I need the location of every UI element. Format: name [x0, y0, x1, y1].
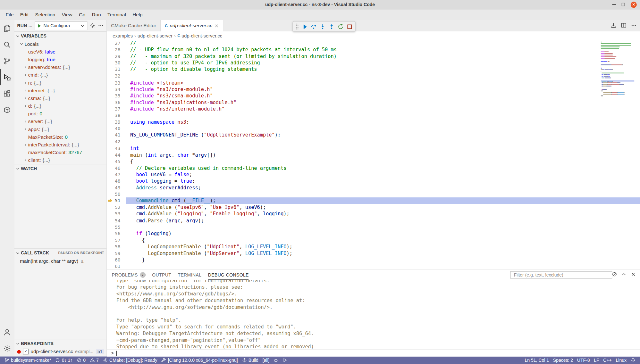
- panel-tab-problems[interactable]: PROBLEMS7: [112, 270, 146, 280]
- code-line[interactable]: 44main (int argc, char *argv[]): [107, 152, 640, 158]
- settings-gear-icon[interactable]: [0, 340, 14, 357]
- status-item[interactable]: buildsystem-cmake*: [3, 357, 53, 364]
- line-number[interactable]: 48: [107, 178, 126, 184]
- line-number[interactable]: 41: [107, 132, 126, 138]
- line-number[interactable]: 44: [107, 152, 126, 158]
- line-number[interactable]: 33: [107, 79, 126, 86]
- code-line[interactable]: 32: [107, 73, 640, 79]
- variables-section-header[interactable]: VARIABLES: [14, 31, 107, 40]
- line-number[interactable]: 37: [107, 106, 126, 112]
- line-number[interactable]: 55: [107, 224, 126, 230]
- line-number[interactable]: 49: [107, 184, 126, 191]
- breakpoints-section-header[interactable]: BREAKPOINTS: [14, 339, 107, 348]
- editor-tab[interactable]: CMake Cache Editor: [107, 20, 161, 31]
- code-line[interactable]: 31// - option to disable logging stateme…: [107, 66, 640, 73]
- step-out-button[interactable]: [327, 22, 336, 31]
- line-number[interactable]: 38: [107, 112, 126, 119]
- line-number[interactable]: 56: [107, 230, 126, 237]
- code-line[interactable]: 49 Address serverAddress;: [107, 184, 640, 191]
- editor-tab[interactable]: Cudp-client-server.cc: [161, 20, 223, 31]
- step-over-button[interactable]: [309, 22, 318, 31]
- variable-row[interactable]: port:0: [14, 110, 107, 117]
- split-editor-icon[interactable]: [621, 22, 627, 29]
- line-number[interactable]: 31: [107, 66, 126, 73]
- code-line[interactable]: 41NS_LOG_COMPONENT_DEFINE ("UdpClientSer…: [107, 132, 640, 138]
- line-number[interactable]: 32: [107, 73, 126, 79]
- menu-help[interactable]: Help: [129, 12, 146, 18]
- code-line[interactable]: 36#include "ns3/applications-module.h": [107, 99, 640, 105]
- code-line[interactable]: 54 cmd.Parse (argc, argv);: [107, 217, 640, 224]
- line-number[interactable]: 54: [107, 217, 126, 224]
- package-icon[interactable]: [0, 102, 14, 118]
- code-line[interactable]: 48 bool logging = true;: [107, 178, 640, 184]
- close-button[interactable]: ✕: [631, 1, 637, 7]
- variable-row[interactable]: client:{...}: [14, 156, 107, 164]
- line-number[interactable]: 61: [107, 263, 126, 269]
- status-item[interactable]: Spaces: 2: [551, 357, 575, 364]
- breadcrumb-item[interactable]: examples: [113, 33, 133, 38]
- close-panel-icon[interactable]: [631, 272, 636, 278]
- variable-row[interactable]: cmd:{...}: [14, 71, 107, 79]
- line-number[interactable]: 42: [107, 138, 126, 145]
- line-number[interactable]: 60: [107, 257, 126, 263]
- line-number[interactable]: 45: [107, 158, 126, 165]
- line-number[interactable]: 36: [107, 99, 126, 105]
- chevron-right-icon[interactable]: [23, 65, 28, 69]
- watch-section-header[interactable]: WATCH: [14, 164, 107, 173]
- variable-row[interactable]: internet:{...}: [14, 87, 107, 94]
- step-into-button[interactable]: [318, 22, 327, 31]
- code-line[interactable]: 35#include "ns3/csma-module.h": [107, 93, 640, 99]
- chevron-right-icon[interactable]: [23, 80, 28, 85]
- status-item[interactable]: 0: [75, 357, 88, 364]
- status-item[interactable]: [281, 357, 290, 364]
- code-line[interactable]: 47 bool useV6 = false;: [107, 171, 640, 178]
- line-number[interactable]: 34: [107, 86, 126, 92]
- line-number[interactable]: 28: [107, 46, 126, 53]
- explorer-icon[interactable]: [0, 20, 14, 36]
- line-number[interactable]: 50: [107, 191, 126, 197]
- toolbar-drag-handle[interactable]: [296, 24, 299, 29]
- line-number[interactable]: 46: [107, 165, 126, 171]
- code-line[interactable]: 55: [107, 224, 640, 230]
- status-item[interactable]: [all]: [260, 357, 272, 364]
- chevron-right-icon[interactable]: [23, 119, 28, 123]
- line-number[interactable]: 58: [107, 244, 126, 250]
- line-number[interactable]: 47: [107, 171, 126, 178]
- debug-more-actions-icon[interactable]: [98, 23, 104, 29]
- chevron-right-icon[interactable]: [23, 104, 28, 108]
- status-item[interactable]: UTF-8: [575, 357, 592, 364]
- status-item[interactable]: C++: [601, 357, 614, 364]
- stack-frame[interactable]: main(int argc, char ** argv) u.: [14, 257, 107, 265]
- chevron-right-icon[interactable]: [23, 127, 28, 131]
- account-icon[interactable]: [0, 324, 14, 340]
- status-item[interactable]: LF: [592, 357, 601, 364]
- code-line[interactable]: 43int: [107, 145, 640, 152]
- clear-console-icon[interactable]: [612, 272, 617, 278]
- minimize-button[interactable]: [612, 4, 616, 5]
- line-number[interactable]: 53: [107, 211, 126, 217]
- filter-input[interactable]: [513, 272, 609, 278]
- status-item[interactable]: Linux: [614, 357, 628, 364]
- chevron-right-icon[interactable]: [23, 88, 28, 93]
- breakpoint-checkbox[interactable]: ✓: [23, 349, 29, 354]
- code-line[interactable]: 61: [107, 263, 640, 269]
- chevron-right-icon[interactable]: [23, 143, 28, 147]
- stop-button[interactable]: [345, 22, 354, 31]
- code-line[interactable]: 56 if (logging): [107, 230, 640, 237]
- menu-edit[interactable]: Edit: [17, 12, 32, 18]
- variable-row[interactable]: server:{...}: [14, 118, 107, 125]
- minimap[interactable]: [601, 41, 634, 98]
- code-line[interactable]: 37#include "ns3/internet-module.h": [107, 106, 640, 112]
- code-line[interactable]: 52 cmd.AddValue ("useIpv6", "Use Ipv6", …: [107, 204, 640, 211]
- line-number[interactable]: 39: [107, 119, 126, 125]
- line-number[interactable]: 29: [107, 53, 126, 60]
- code-line[interactable]: 42: [107, 138, 640, 145]
- menu-view[interactable]: View: [59, 12, 76, 18]
- code-line[interactable]: 28// - UDP flow from n0 to n1 of 1024 by…: [107, 46, 640, 53]
- code-line[interactable]: 51 CommandLine cmd (__FILE__);: [107, 197, 640, 204]
- menu-terminal[interactable]: Terminal: [104, 12, 129, 18]
- line-number[interactable]: 51: [107, 197, 126, 204]
- code-line[interactable]: 59 LogComponentEnable ("UdpServer", LOG_…: [107, 250, 640, 256]
- breadcrumb-item[interactable]: udp-client-server: [138, 33, 173, 38]
- code-line[interactable]: 34#include "ns3/core-module.h": [107, 86, 640, 92]
